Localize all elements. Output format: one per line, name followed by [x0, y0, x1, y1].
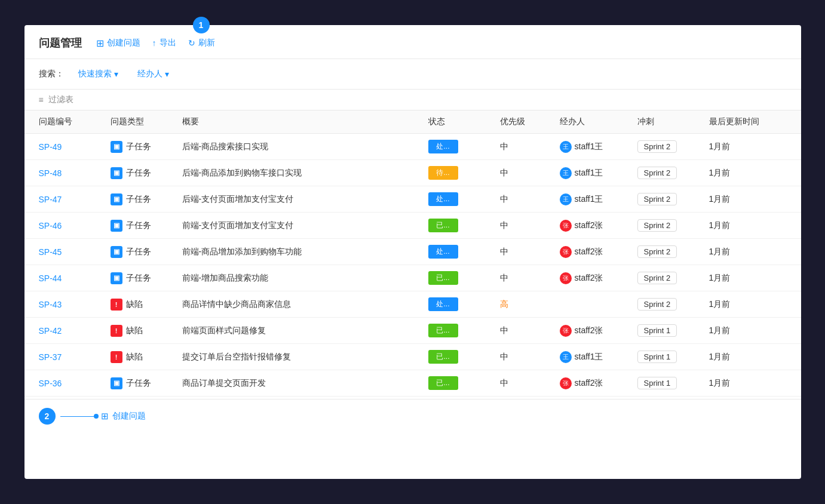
issue-type: ▣子任务 — [111, 193, 182, 205]
updated-time: 1月前 — [709, 194, 787, 205]
sprint-cell: Sprint 2 — [637, 272, 709, 284]
col-header-summary: 概要 — [182, 116, 428, 127]
table-row[interactable]: SP-45▣子任务前端-商品增加添加到购物车功能处...中张staff2张Spr… — [24, 239, 801, 265]
subtask-icon: ▣ — [111, 141, 122, 153]
priority-text: 中 — [500, 194, 560, 205]
avatar: 张 — [560, 220, 572, 232]
chevron-down-icon: ▾ — [114, 69, 118, 79]
issue-summary: 前端页面样式问题修复 — [182, 325, 428, 336]
priority-text: 中 — [500, 352, 560, 362]
assignee-cell: 张staff2张 — [560, 377, 637, 389]
table-row[interactable]: SP-43!缺陷商品详情中缺少商品商家信息处...高Sprint 21月前 — [24, 291, 801, 318]
status-badge: 已... — [428, 219, 500, 232]
issue-id[interactable]: SP-46 — [39, 221, 111, 231]
sprint-cell: Sprint 2 — [637, 193, 709, 205]
issue-id[interactable]: SP-42 — [39, 326, 111, 336]
subtask-icon: ▣ — [111, 246, 122, 258]
bug-icon: ! — [111, 351, 122, 363]
sprint-cell: Sprint 2 — [637, 219, 709, 232]
subtask-icon: ▣ — [111, 220, 122, 232]
avatar: 王 — [560, 141, 572, 153]
assignee-cell: 张staff2张 — [560, 220, 637, 232]
step-badge-1: 1 — [193, 17, 210, 33]
issue-summary: 后端-商品添加到购物车接口实现 — [182, 168, 428, 179]
issue-id[interactable]: SP-36 — [39, 379, 111, 388]
table-row[interactable]: SP-36▣子任务商品订单提交页面开发已...中张staff2张Sprint 1… — [24, 370, 801, 397]
issue-id[interactable]: SP-43 — [39, 300, 111, 309]
updated-time: 1月前 — [709, 352, 787, 362]
issue-type: ▣子任务 — [111, 141, 182, 153]
updated-time: 1月前 — [709, 220, 787, 231]
col-header-assignee: 经办人 — [560, 116, 637, 127]
col-header-priority: 优先级 — [500, 116, 560, 127]
issue-id[interactable]: SP-37 — [39, 352, 111, 362]
status-badge: 待... — [428, 166, 500, 180]
status-badge: 已... — [428, 376, 500, 390]
create-issue-button[interactable]: ⊞ 创建问题 — [96, 38, 140, 49]
issue-type: !缺陷 — [111, 299, 182, 311]
status-badge: 处... — [428, 245, 500, 259]
filter-icon: ≡ — [39, 95, 44, 105]
issue-type: ▣子任务 — [111, 377, 182, 389]
table-row[interactable]: SP-46▣子任务前端-支付页面增加支付宝支付已...中张staff2张Spri… — [24, 213, 801, 239]
issue-type: !缺陷 — [111, 325, 182, 337]
bottom-create-button[interactable]: ⊞ 创建问题 — [101, 411, 146, 422]
col-header-id: 问题编号 — [39, 116, 111, 127]
search-label: 搜索： — [39, 69, 64, 79]
create-icon: ⊞ — [96, 38, 104, 49]
header-actions: ⊞ 创建问题 ↑ 导出 ↻ 刷新 — [96, 38, 215, 49]
avatar: 张 — [560, 377, 572, 389]
table-row[interactable]: SP-42!缺陷前端页面样式问题修复已...中张staff2张Sprint 11… — [24, 318, 801, 344]
status-badge: 处... — [428, 192, 500, 206]
assignee-cell: 王staff1王 — [560, 167, 637, 179]
avatar: 王 — [560, 193, 572, 205]
assignee-dropdown[interactable]: 经办人 ▾ — [133, 66, 174, 82]
issue-id[interactable]: SP-49 — [39, 142, 111, 152]
issue-summary: 后端-商品搜索接口实现 — [182, 142, 428, 152]
table-row[interactable]: SP-47▣子任务后端-支付页面增加支付宝支付处...中王staff1王Spri… — [24, 186, 801, 213]
avatar: 张 — [560, 272, 572, 284]
issue-summary: 商品详情中缺少商品商家信息 — [182, 299, 428, 310]
issue-id[interactable]: SP-48 — [39, 168, 111, 178]
avatar: 张 — [560, 325, 572, 337]
subtask-icon: ▣ — [111, 193, 122, 205]
filter-text: 过滤表 — [48, 94, 73, 105]
table-row[interactable]: SP-37!缺陷提交订单后台空指针报错修复已...中王staff1王Sprint… — [24, 344, 801, 370]
sprint-cell: Sprint 1 — [637, 324, 709, 337]
updated-time: 1月前 — [709, 378, 787, 389]
issue-summary: 前端-增加商品搜索功能 — [182, 273, 428, 284]
refresh-button[interactable]: ↻ 刷新 — [188, 38, 215, 48]
table-row[interactable]: SP-44▣子任务前端-增加商品搜索功能已...中张staff2张Sprint … — [24, 265, 801, 291]
issue-id[interactable]: SP-47 — [39, 195, 111, 204]
page-title: 问题管理 — [39, 36, 82, 50]
quick-search-dropdown[interactable]: 快速搜索 ▾ — [73, 66, 123, 82]
issue-summary: 后端-支付页面增加支付宝支付 — [182, 194, 428, 205]
issue-summary: 商品订单提交页面开发 — [182, 378, 428, 389]
table-row[interactable]: SP-48▣子任务后端-商品添加到购物车接口实现待...中王staff1王Spr… — [24, 160, 801, 186]
issue-summary: 前端-支付页面增加支付宝支付 — [182, 220, 428, 231]
filter-row: ≡ 过滤表 — [24, 90, 801, 110]
issue-summary: 前端-商品增加添加到购物车功能 — [182, 247, 428, 257]
search-bar: 搜索： 快速搜索 ▾ 经办人 ▾ — [24, 59, 801, 90]
table-row[interactable]: SP-49▣子任务后端-商品搜索接口实现处...中王staff1王Sprint … — [24, 134, 801, 160]
col-header-type: 问题类型 — [111, 116, 182, 127]
sprint-cell: Sprint 2 — [637, 140, 709, 153]
chevron-down-icon-2: ▾ — [165, 69, 169, 79]
issue-type: ▣子任务 — [111, 272, 182, 284]
table-header: 问题编号 问题类型 概要 状态 优先级 经办人 冲刺 最后更新时间 — [24, 110, 801, 134]
assignee-cell: 张staff2张 — [560, 325, 637, 337]
priority-text: 中 — [500, 220, 560, 231]
bug-icon: ! — [111, 325, 122, 337]
sprint-cell: Sprint 2 — [637, 245, 709, 258]
export-button[interactable]: ↑ 导出 — [152, 38, 176, 48]
assignee-cell: 王staff1王 — [560, 193, 637, 205]
sprint-cell: Sprint 2 — [637, 167, 709, 179]
priority-text: 中 — [500, 247, 560, 257]
issue-id[interactable]: SP-44 — [39, 273, 111, 283]
priority-text: 高 — [500, 299, 560, 310]
issue-id[interactable]: SP-45 — [39, 247, 111, 257]
updated-time: 1月前 — [709, 299, 787, 310]
bottom-bar: 2 ⊞ 创建问题 — [24, 399, 801, 433]
issue-summary: 提交订单后台空指针报错修复 — [182, 352, 428, 362]
step-badge-2: 2 — [39, 408, 56, 425]
